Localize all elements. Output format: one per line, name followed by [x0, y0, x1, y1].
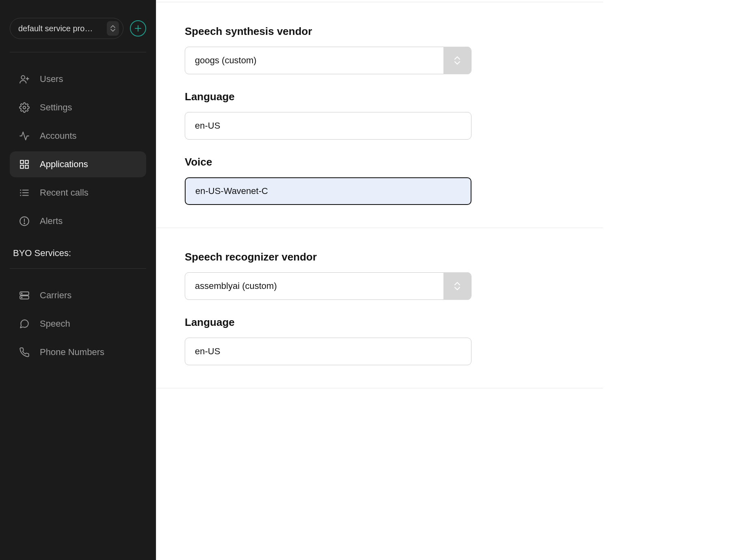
voice-input[interactable]: [185, 177, 471, 205]
sidebar-item-label: Users: [40, 74, 63, 84]
sidebar-item-label: Phone Numbers: [40, 347, 104, 358]
sidebar-item-label: Speech: [40, 319, 70, 329]
svg-rect-2: [20, 160, 24, 164]
user-add-icon: [19, 73, 30, 85]
svg-point-14: [24, 223, 25, 224]
divider: [10, 268, 146, 269]
activity-icon: [19, 130, 30, 142]
main-content: Speech synthesis vendor googs (custom) L…: [156, 0, 748, 560]
field-speech-synthesis-vendor: Speech synthesis vendor googs (custom): [185, 25, 603, 74]
recognizer-language-input[interactable]: [185, 338, 471, 365]
speech-synthesis-vendor-select[interactable]: googs (custom): [185, 47, 471, 74]
sidebar-item-accounts[interactable]: Accounts: [10, 123, 146, 149]
select-value: assemblyai (custom): [195, 281, 277, 291]
svg-point-10: [20, 192, 21, 193]
add-service-provider-button[interactable]: [130, 20, 146, 37]
field-label: Voice: [185, 156, 603, 168]
phone-icon: [19, 347, 30, 358]
service-provider-select[interactable]: default service pro…: [10, 18, 123, 39]
sidebar-item-phone-numbers[interactable]: Phone Numbers: [10, 339, 146, 365]
chevron-up-down-icon: [443, 47, 471, 74]
divider: [156, 388, 603, 388]
field-speech-recognizer-vendor: Speech recognizer vendor assemblyai (cus…: [185, 251, 603, 300]
select-value: googs (custom): [195, 55, 257, 66]
grid-icon: [19, 159, 30, 170]
svg-point-9: [20, 190, 21, 190]
sidebar-item-label: Applications: [40, 159, 88, 170]
field-synthesis-language: Language: [185, 90, 603, 140]
speech-recognizer-panel: Speech recognizer vendor assemblyai (cus…: [156, 228, 603, 388]
byo-section-label: BYO Services:: [13, 248, 146, 258]
alert-icon: [19, 215, 30, 227]
sidebar-item-label: Settings: [40, 102, 72, 113]
svg-rect-3: [25, 160, 28, 164]
field-voice: Voice: [185, 156, 603, 205]
list-icon: [19, 187, 30, 198]
sidebar-item-settings[interactable]: Settings: [10, 95, 146, 121]
sidebar-item-applications[interactable]: Applications: [10, 151, 146, 177]
sidebar-item-alerts[interactable]: Alerts: [10, 208, 146, 234]
chevron-up-down-icon: [107, 21, 119, 36]
primary-nav: Users Settings Accounts Applications Rec…: [10, 66, 146, 234]
sidebar-item-label: Alerts: [40, 216, 63, 226]
field-label: Language: [185, 316, 603, 329]
svg-rect-5: [25, 165, 28, 168]
sidebar: default service pro… Users Settings: [0, 0, 156, 560]
service-provider-row: default service pro…: [10, 18, 146, 39]
svg-rect-4: [20, 165, 24, 168]
svg-point-11: [20, 195, 21, 196]
svg-point-1: [23, 106, 26, 109]
field-label: Language: [185, 90, 603, 103]
byo-nav: Carriers Speech Phone Numbers: [10, 282, 146, 365]
field-label: Speech synthesis vendor: [185, 25, 603, 38]
sidebar-item-label: Accounts: [40, 131, 77, 141]
sidebar-item-carriers[interactable]: Carriers: [10, 282, 146, 308]
server-icon: [19, 290, 30, 301]
svg-point-0: [21, 75, 25, 79]
sidebar-item-recent-calls[interactable]: Recent calls: [10, 180, 146, 206]
speech-recognizer-vendor-select[interactable]: assemblyai (custom): [185, 272, 471, 300]
field-recognizer-language: Language: [185, 316, 603, 365]
divider: [10, 52, 146, 52]
speech-icon: [19, 318, 30, 330]
sidebar-item-label: Recent calls: [40, 187, 89, 198]
svg-point-18: [22, 297, 22, 298]
svg-point-17: [22, 293, 22, 294]
chevron-up-down-icon: [443, 272, 471, 300]
sidebar-item-label: Carriers: [40, 290, 71, 301]
plus-icon: [134, 25, 142, 32]
gear-icon: [19, 102, 30, 113]
service-provider-label: default service pro…: [18, 24, 93, 33]
sidebar-item-users[interactable]: Users: [10, 66, 146, 92]
synthesis-language-input[interactable]: [185, 112, 471, 140]
speech-synthesis-panel: Speech synthesis vendor googs (custom) L…: [156, 2, 603, 228]
field-label: Speech recognizer vendor: [185, 251, 603, 263]
sidebar-item-speech[interactable]: Speech: [10, 311, 146, 337]
